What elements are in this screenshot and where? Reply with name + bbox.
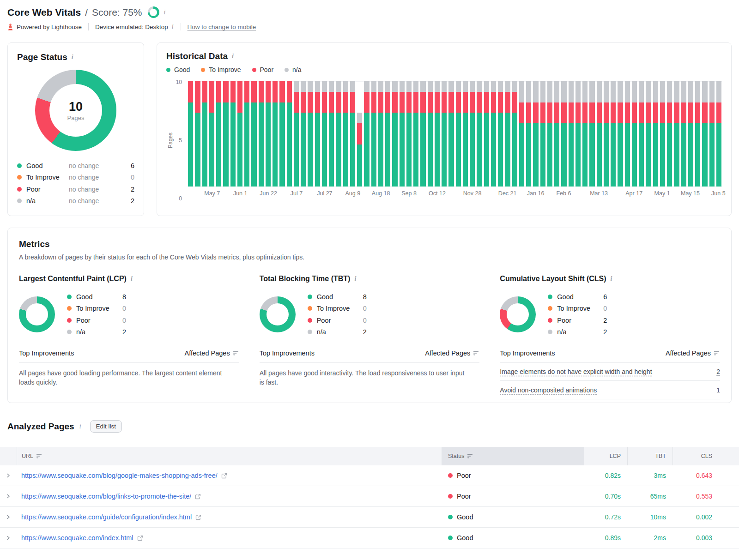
divider <box>88 23 89 30</box>
lcp-column-header[interactable]: LCP <box>584 447 627 465</box>
status-label: Poor <box>457 472 471 479</box>
legend-dot <box>166 68 170 72</box>
external-link-icon[interactable] <box>195 514 201 520</box>
bar-segment <box>589 123 594 187</box>
affected-pages-count[interactable]: 1 <box>716 386 720 394</box>
page-status-total: 10 <box>69 100 83 114</box>
bar-segment <box>646 102 651 124</box>
metric-legend: Good8To Improve0Poor0n/a2 <box>67 291 239 338</box>
bar-segment <box>329 92 334 113</box>
bar-segment <box>582 123 588 187</box>
stacked-bar <box>428 81 433 187</box>
legend-value: 2 <box>603 317 607 324</box>
metric-legend-row: To Improve0 <box>67 303 239 315</box>
change-to-mobile-link[interactable]: How to change to mobile <box>188 24 256 30</box>
tbt-value: 10ms <box>627 513 672 521</box>
affected-pages-count[interactable]: 2 <box>716 368 720 375</box>
page-url-link[interactable]: https://www.seoquake.com/blog/links-to-p… <box>21 493 191 500</box>
bar-segment <box>315 81 320 92</box>
bar-segment <box>315 113 320 187</box>
x-axis-label: May 1 <box>654 190 670 197</box>
bar-segment <box>618 123 623 187</box>
stacked-bar <box>674 81 679 187</box>
bar-segment <box>547 102 552 124</box>
stacked-bar <box>618 81 623 187</box>
score-info-icon[interactable]: i <box>164 9 166 16</box>
bar-segment <box>716 102 721 124</box>
status-column-header[interactable]: Status <box>442 447 584 465</box>
analyzed-pages-info-icon[interactable]: i <box>79 423 82 430</box>
bar-segment <box>681 102 686 124</box>
bar-segment <box>315 92 320 113</box>
edit-list-button[interactable]: Edit list <box>90 420 122 433</box>
affected-pages-sort[interactable]: Affected Pages <box>425 349 479 357</box>
bar-segment <box>216 102 221 187</box>
improvement-link[interactable]: Avoid non-composited animations <box>500 386 597 394</box>
bar-segment <box>639 81 644 102</box>
tbt-column-header[interactable]: TBT <box>627 447 672 465</box>
historical-title: Historical Data <box>166 51 228 61</box>
page-url-link[interactable]: https://www.seoquake.com/blog/google-mak… <box>21 472 218 479</box>
url-cell: https://www.seoquake.com/blog/links-to-p… <box>17 493 442 500</box>
sort-icon <box>473 350 479 356</box>
bar-segment <box>378 92 383 113</box>
bar-segment <box>400 113 405 187</box>
metric-title-row: Cumulative Layout Shift (CLS)i <box>500 275 720 283</box>
bar-segment <box>230 102 236 187</box>
url-column-header[interactable]: URL <box>17 447 442 465</box>
legend-change-label: no change <box>69 162 131 169</box>
cls-column-header[interactable]: CLS <box>672 447 739 465</box>
bar-segment <box>428 81 433 92</box>
metric-info-icon[interactable]: i <box>130 276 133 282</box>
stacked-bar <box>653 81 658 187</box>
lcp-value: 0.72s <box>584 513 627 521</box>
bar-segment <box>463 92 468 113</box>
stacked-bar <box>435 81 440 187</box>
bar-segment <box>660 102 665 124</box>
legend-change-label: no change <box>69 174 131 181</box>
bar-segment <box>484 113 489 187</box>
page-url-link[interactable]: https://www.seoquake.com/guide/configura… <box>21 513 192 521</box>
external-link-icon[interactable] <box>195 494 201 500</box>
row-expander-chevron-icon[interactable] <box>0 493 17 500</box>
legend-dot <box>17 163 22 168</box>
metric-legend-row: Poor2 <box>548 314 720 326</box>
stacked-bar <box>266 81 271 187</box>
table-row: https://www.seoquake.com/blog/links-to-p… <box>0 486 739 507</box>
bar-segment <box>343 81 348 92</box>
page-url-link[interactable]: https://www.seoquake.com/index.html <box>21 534 133 542</box>
bar-segment <box>526 81 531 102</box>
bar-segment <box>561 102 566 124</box>
affected-pages-sort[interactable]: Affected Pages <box>185 349 239 357</box>
bar-segment <box>244 102 249 187</box>
bar-segment <box>301 113 306 187</box>
bar-segment <box>322 92 327 113</box>
metric-info-icon[interactable]: i <box>354 276 357 282</box>
metric-info-icon[interactable]: i <box>610 276 613 282</box>
row-expander-chevron-icon[interactable] <box>0 472 17 479</box>
stacked-bar <box>420 81 425 187</box>
metric-legend-row: n/a2 <box>308 326 480 338</box>
sort-icon <box>467 453 473 459</box>
external-link-icon[interactable] <box>221 473 227 479</box>
stacked-bar <box>413 81 418 187</box>
page-status-legend-row: Poorno change2 <box>17 183 134 195</box>
external-link-icon[interactable] <box>137 535 143 541</box>
legend-dot <box>308 306 312 311</box>
row-expander-chevron-icon[interactable] <box>0 514 17 520</box>
improvement-link[interactable]: Image elements do not have explicit widt… <box>500 368 652 375</box>
bar-segment <box>400 81 405 92</box>
device-label: Device emulated: Desktop <box>95 24 168 30</box>
row-expander-chevron-icon[interactable] <box>0 535 17 541</box>
page-status-info-icon[interactable]: i <box>71 54 74 60</box>
affected-pages-sort[interactable]: Affected Pages <box>666 349 720 357</box>
historical-info-icon[interactable]: i <box>231 53 234 60</box>
historical-legend-item: Good <box>166 66 190 73</box>
legend-label: Good <box>557 293 603 301</box>
bar-segment <box>653 123 658 187</box>
device-info-icon[interactable]: i <box>171 24 174 30</box>
metric-card: Cumulative Layout Shift (CLS)iGood6To Im… <box>500 275 720 399</box>
bar-segment <box>477 81 482 92</box>
legend-dot <box>17 175 22 180</box>
bar-segment <box>632 81 637 102</box>
